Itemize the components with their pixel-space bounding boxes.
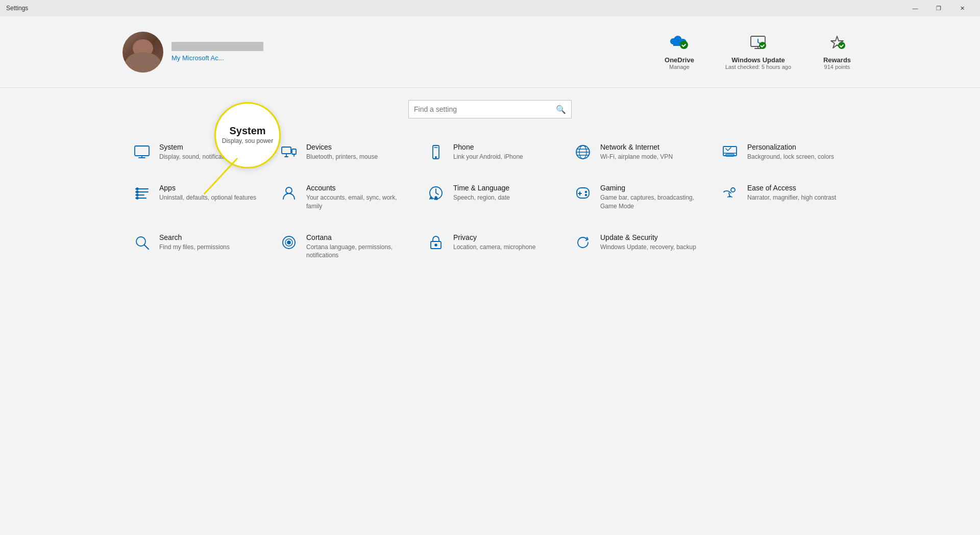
microsoft-account-link[interactable]: My Microsoft Ac... (172, 54, 263, 62)
windows-update-icon (749, 34, 767, 54)
setting-time[interactable]: A あ Time & Language Speech, region, date (416, 173, 564, 222)
ease-icon (721, 184, 739, 202)
apps-icon (133, 184, 151, 202)
accounts-title: Accounts (306, 184, 406, 192)
svg-rect-4 (135, 146, 149, 156)
gaming-text: Gaming Game bar, captures, broadcasting,… (600, 184, 700, 211)
windows-update-sublabel: Last checked: 5 hours ago (725, 64, 791, 70)
restore-button[interactable]: ❐ (927, 0, 950, 16)
time-desc: Speech, region, date (453, 193, 553, 202)
rewards-icon (828, 34, 846, 54)
svg-point-34 (287, 241, 290, 244)
search-settings-desc: Find my files, permissions (159, 243, 259, 252)
main-content: My Microsoft Ac... OneDrive Manage (0, 16, 980, 535)
setting-update[interactable]: Update & Security Windows Update, recove… (564, 222, 710, 272)
rewards-sublabel: 914 points (824, 64, 850, 70)
privacy-title: Privacy (453, 233, 553, 241)
gaming-title: Gaming (600, 184, 700, 192)
callout-title: System (229, 125, 265, 137)
system-icon (133, 143, 151, 161)
svg-point-8 (435, 157, 436, 158)
svg-point-36 (435, 244, 437, 246)
svg-point-0 (680, 41, 688, 49)
titlebar: Settings — ❐ ✕ (0, 0, 980, 16)
cortana-icon (280, 233, 298, 252)
profile-name-blurred (172, 42, 263, 51)
accounts-desc: Your accounts, email, sync, work, family (306, 193, 406, 211)
ease-desc: Narrator, magnifier, high contrast (747, 193, 847, 202)
svg-point-18 (136, 191, 138, 193)
rewards-label: Rewards (823, 56, 851, 64)
gaming-icon (574, 184, 592, 202)
setting-phone[interactable]: Phone Link your Android, iPhone (416, 132, 564, 173)
rewards-shortcut[interactable]: Rewards 914 points (817, 34, 857, 70)
ease-text: Ease of Access Narrator, magnifier, high… (747, 184, 847, 202)
network-icon (574, 143, 592, 161)
header-shortcuts: OneDrive Manage Windows Update Last chec… (659, 34, 857, 70)
svg-point-29 (731, 188, 735, 192)
search-icon[interactable]: 🔍 (556, 105, 566, 114)
onedrive-shortcut[interactable]: OneDrive Manage (659, 34, 700, 70)
update-text: Update & Security Windows Update, recove… (600, 233, 700, 252)
phone-title: Phone (453, 143, 553, 151)
setting-accounts[interactable]: Accounts Your accounts, email, sync, wor… (270, 173, 416, 222)
settings-header: My Microsoft Ac... OneDrive Manage (0, 16, 980, 88)
svg-point-19 (136, 194, 138, 196)
svg-point-27 (585, 191, 587, 193)
personalization-title: Personalization (747, 143, 847, 151)
setting-ease[interactable]: Ease of Access Narrator, magnifier, high… (710, 173, 857, 222)
setting-network[interactable]: Network & Internet Wi-Fi, airplane mode,… (564, 132, 710, 173)
search-input[interactable] (414, 105, 556, 113)
minimize-button[interactable]: — (903, 0, 927, 16)
setting-devices[interactable]: Devices Bluetooth, printers, mouse (270, 132, 416, 173)
windows-update-shortcut[interactable]: Windows Update Last checked: 5 hours ago (725, 34, 791, 70)
setting-search[interactable]: Search Find my files, permissions (122, 222, 270, 272)
personalization-text: Personalization Background, lock screen,… (747, 143, 847, 161)
privacy-text: Privacy Location, camera, microphone (453, 233, 553, 252)
update-title: Update & Security (600, 233, 700, 241)
profile-info: My Microsoft Ac... (172, 42, 263, 62)
setting-gaming[interactable]: Gaming Game bar, captures, broadcasting,… (564, 173, 710, 222)
phone-icon (427, 143, 445, 161)
cortana-desc: Cortana language, permissions, notificat… (306, 243, 406, 260)
svg-text:あ: あ (434, 196, 438, 200)
search-settings-icon (133, 233, 151, 252)
svg-point-2 (759, 42, 766, 49)
svg-point-20 (136, 197, 138, 199)
svg-line-31 (144, 245, 149, 249)
close-button[interactable]: ✕ (950, 0, 974, 16)
devices-title: Devices (306, 143, 406, 151)
devices-desc: Bluetooth, printers, mouse (306, 153, 406, 161)
phone-text: Phone Link your Android, iPhone (453, 143, 553, 161)
onedrive-sublabel: Manage (669, 64, 690, 70)
callout-arrow (204, 158, 286, 199)
accounts-text: Accounts Your accounts, email, sync, wor… (306, 184, 406, 211)
time-title: Time & Language (453, 184, 553, 192)
setting-personalization[interactable]: Personalization Background, lock screen,… (710, 132, 857, 173)
onedrive-label: OneDrive (665, 56, 694, 64)
search-container: 🔍 (0, 88, 980, 127)
privacy-icon (427, 233, 445, 252)
profile-section: My Microsoft Ac... (122, 32, 263, 72)
gaming-desc: Game bar, captures, broadcasting, Game M… (600, 193, 700, 211)
app-title: Settings (6, 5, 28, 12)
search-box: 🔍 (408, 100, 572, 118)
update-icon (574, 233, 592, 252)
system-callout: System Display, sou power (214, 102, 281, 168)
network-desc: Wi-Fi, airplane mode, VPN (600, 153, 700, 161)
cortana-title: Cortana (306, 233, 406, 241)
personalization-desc: Background, lock screen, colors (747, 153, 847, 161)
svg-text:A: A (430, 196, 432, 200)
svg-rect-6 (292, 149, 296, 154)
network-text: Network & Internet Wi-Fi, airplane mode,… (600, 143, 700, 161)
search-settings-text: Search Find my files, permissions (159, 233, 259, 252)
privacy-desc: Location, camera, microphone (453, 243, 553, 252)
cortana-text: Cortana Cortana language, permissions, n… (306, 233, 406, 260)
update-desc: Windows Update, recovery, backup (600, 243, 700, 252)
svg-point-3 (838, 42, 845, 49)
window-controls: — ❐ ✕ (903, 0, 974, 16)
setting-cortana[interactable]: Cortana Cortana language, permissions, n… (270, 222, 416, 272)
personalization-icon (721, 143, 739, 161)
setting-privacy[interactable]: Privacy Location, camera, microphone (416, 222, 564, 272)
devices-text: Devices Bluetooth, printers, mouse (306, 143, 406, 161)
